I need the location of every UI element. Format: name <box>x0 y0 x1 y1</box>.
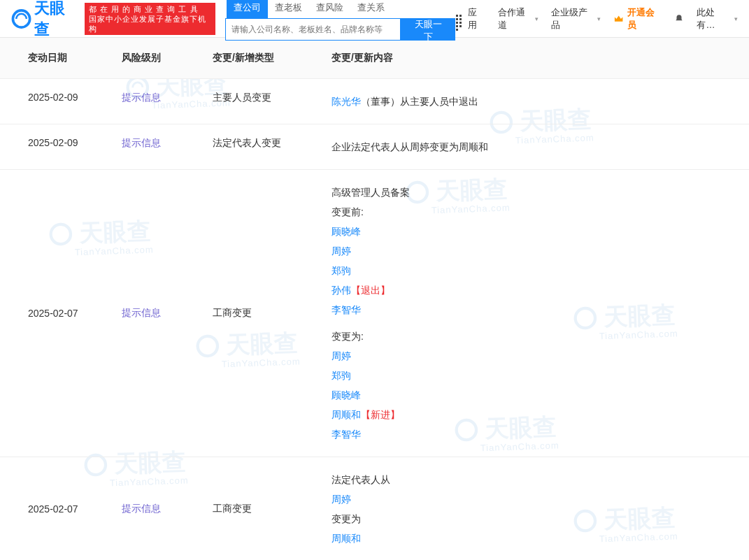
cell-type: 工商变更 <box>203 170 322 457</box>
person-link[interactable]: 郑驹 <box>331 265 351 276</box>
col-type: 变更/新增类型 <box>203 38 322 79</box>
cell-content: 法定代表人从周婷变更为周顺和 <box>322 457 749 561</box>
cell-type: 法定代表人变更 <box>203 124 322 170</box>
chevron-down-icon: ▾ <box>734 15 738 22</box>
brand-name: 天眼查 <box>34 0 79 40</box>
new-tag: 【新进】 <box>361 409 400 420</box>
right-nav: 应用 合作通道▾ 企业级产品▾ 开通会员 此处有…▾ <box>455 6 738 31</box>
label-before: 变更前: <box>331 202 739 222</box>
col-risk: 风险级别 <box>112 38 203 79</box>
cell-content: 企业法定代表人从周婷变更为周顺和 <box>322 124 749 170</box>
risk-hint-link[interactable]: 提示信息 <box>122 503 161 514</box>
table-row: 2025-02-07提示信息工商变更法定代表人从周婷变更为周顺和 <box>0 457 749 561</box>
risk-hint-link[interactable]: 提示信息 <box>122 137 161 148</box>
cell-risk: 提示信息 <box>112 457 203 561</box>
person-link[interactable]: 周婷 <box>331 245 351 257</box>
chevron-down-icon: ▾ <box>597 15 601 22</box>
person-link[interactable]: 孙伟 <box>331 285 351 296</box>
table-row: 2025-02-09提示信息主要人员变更陈光华（董事）从主要人员中退出 <box>0 79 749 124</box>
cell-content: 高级管理人员备案变更前:顾晓峰周婷郑驹孙伟【退出】李智华变更为:周婷郑驹顾晓峰周… <box>322 170 749 457</box>
exit-tag: 【退出】 <box>351 285 390 296</box>
search-group: 查公司 查老板 查风险 查关系 天眼一下 <box>222 0 456 41</box>
cell-date: 2025-02-07 <box>0 170 112 457</box>
search-input[interactable] <box>225 18 401 41</box>
person-link[interactable]: 顾晓峰 <box>331 389 361 401</box>
text: 企业法定代表人从周婷变更为周顺和 <box>331 137 739 157</box>
tab-boss[interactable]: 查老板 <box>268 0 309 18</box>
cell-risk: 提示信息 <box>112 79 203 124</box>
tab-risk[interactable]: 查风险 <box>309 0 350 18</box>
table-header-row: 变动日期 风险级别 变更/新增类型 变更/更新内容 <box>0 38 749 79</box>
bell-icon <box>674 14 684 24</box>
person-link[interactable]: 李智华 <box>331 304 361 315</box>
search-button[interactable]: 天眼一下 <box>401 18 455 41</box>
section-title: 高级管理人员备案 <box>331 182 739 202</box>
nav-app[interactable]: 应用 <box>455 6 485 31</box>
grid-icon <box>455 14 464 24</box>
label-after: 变更为 <box>331 509 739 529</box>
logo-icon <box>11 8 31 29</box>
cell-date: 2025-02-07 <box>0 457 112 561</box>
risk-hint-link[interactable]: 提示信息 <box>122 92 161 103</box>
change-log-table: 变动日期 风险级别 变更/新增类型 变更/更新内容 2025-02-09提示信息… <box>0 38 749 560</box>
cell-content: 陈光华（董事）从主要人员中退出 <box>322 79 749 124</box>
person-link[interactable]: 周顺和 <box>331 533 361 544</box>
nav-products[interactable]: 企业级产品▾ <box>551 6 601 31</box>
cell-date: 2025-02-09 <box>0 79 112 124</box>
chevron-down-icon: ▾ <box>535 15 538 22</box>
label-after: 变更为: <box>331 326 739 346</box>
cell-type: 工商变更 <box>203 457 322 561</box>
text: （董事）从主要人员中退出 <box>361 96 478 107</box>
brand-logo[interactable]: 天眼查 <box>11 0 79 40</box>
col-date: 变动日期 <box>0 38 112 79</box>
cell-risk: 提示信息 <box>112 124 203 170</box>
person-link[interactable]: 周顺和 <box>331 409 361 420</box>
slogan-badge: 都 在 用 的 商 业 查 询 工 具 国家中小企业发展子基金旗下机构 <box>85 3 215 35</box>
table-row: 2025-02-07提示信息工商变更高级管理人员备案变更前:顾晓峰周婷郑驹孙伟【… <box>0 170 749 457</box>
col-content: 变更/更新内容 <box>322 38 749 79</box>
nav-more[interactable]: 此处有…▾ <box>697 6 738 31</box>
person-link[interactable]: 周婷 <box>331 494 351 505</box>
nav-vip[interactable]: 开通会员 <box>613 6 662 31</box>
person-link[interactable]: 顾晓峰 <box>331 226 361 237</box>
nav-notifications[interactable] <box>674 14 684 24</box>
cell-date: 2025-02-09 <box>0 124 112 170</box>
cell-type: 主要人员变更 <box>203 79 322 124</box>
person-link[interactable]: 李智华 <box>331 429 361 440</box>
search-tabs: 查公司 查老板 查风险 查关系 <box>227 0 456 18</box>
crown-icon <box>613 13 624 24</box>
cell-risk: 提示信息 <box>112 170 203 457</box>
nav-channel[interactable]: 合作通道▾ <box>498 6 539 31</box>
table-row: 2025-02-09提示信息法定代表人变更企业法定代表人从周婷变更为周顺和 <box>0 124 749 170</box>
person-link[interactable]: 陈光华 <box>331 96 361 107</box>
person-link[interactable]: 郑驹 <box>331 370 351 381</box>
tab-relation[interactable]: 查关系 <box>350 0 392 18</box>
risk-hint-link[interactable]: 提示信息 <box>122 307 161 318</box>
label-legal-from: 法定代表人从 <box>331 470 739 489</box>
person-link[interactable]: 周婷 <box>331 350 351 361</box>
tab-company[interactable]: 查公司 <box>227 0 268 18</box>
topbar: 天眼查 都 在 用 的 商 业 查 询 工 具 国家中小企业发展子基金旗下机构 … <box>0 0 749 38</box>
